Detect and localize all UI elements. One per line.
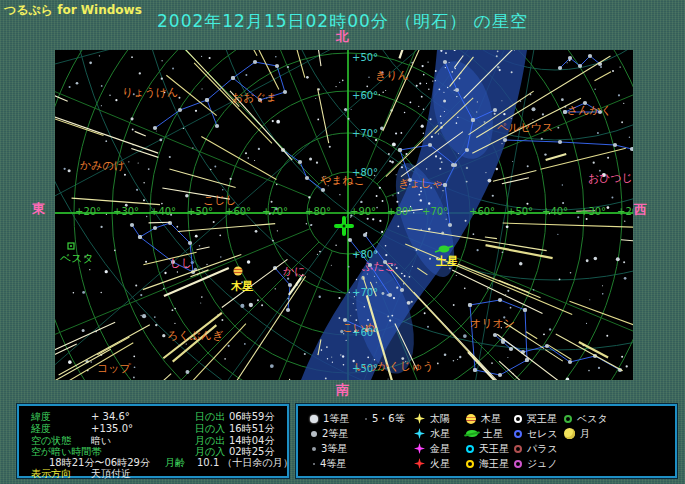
sky-state-label: 空の状態 (31, 435, 71, 446)
legend-item: 火星 (414, 456, 450, 471)
legend-item: 月 (564, 426, 608, 441)
legend-label: 4等星 (320, 456, 346, 471)
moonset-value: 02時25分 (229, 446, 274, 457)
legend-item: 土星 (466, 426, 509, 441)
view-direction-label: 表示方向 (31, 468, 71, 479)
dark-period-value: 18時21分〜06時29分 (49, 457, 150, 468)
uranus-icon (466, 445, 474, 453)
sunrise-value: 06時59分 (229, 411, 274, 422)
legend-label: 水星 (430, 426, 450, 441)
constellation-label: ふたご (362, 261, 396, 272)
altitude-label-v: +80° (352, 168, 378, 178)
legend-item: 1等星 (310, 411, 349, 426)
juno-icon (514, 460, 522, 468)
legend-item: 水星 (414, 426, 450, 441)
altitude-label-h: +20° (617, 207, 633, 217)
constellation-label: おおぐま (232, 92, 277, 103)
sky-state-value: 暗い (91, 435, 111, 446)
legend-label: 5・6等 (372, 411, 405, 426)
constellation-label: こじし (203, 195, 237, 206)
legend-label: 月 (580, 426, 590, 441)
constellation-label: かに (283, 266, 306, 277)
altitude-label-h: +30° (580, 207, 606, 217)
star-map[interactable]: りょうけんおおぐまかみのけこじしやまねこきりんぎょしゃペルセウスさんかくおひつじ… (55, 50, 633, 380)
legend-label: 1等星 (323, 411, 349, 426)
altitude-label-h: +50° (507, 207, 533, 217)
constellation-label: きりん (375, 70, 409, 81)
dark-period-label: 空が暗い時間帯 (31, 446, 101, 457)
moonrise-label: 月の出 (195, 435, 225, 446)
legend-label: 冥王星 (527, 411, 557, 426)
view-direction-value: 天頂付近 (91, 468, 131, 479)
legend-item: 4等星 (310, 456, 349, 471)
legend-panel: 1等星2等星3等星4等星5・6等太陽水星金星火星木星土星天王星海王星冥王星セレス… (296, 404, 677, 478)
legend-item: 天王星 (466, 441, 509, 456)
constellation-label: かみのけ (80, 160, 125, 171)
app-window: つるぷら for Windows 2002年12月15日02時00分 （明石） … (0, 0, 685, 484)
lat-value: + 34.6° (91, 411, 130, 422)
legend-label: 太陽 (430, 411, 450, 426)
saturn-icon (466, 430, 478, 437)
altitude-label-h: +20° (75, 207, 101, 217)
direction-north: 北 (336, 28, 349, 46)
pallas-icon (514, 445, 522, 453)
moon-icon (564, 428, 575, 439)
info-panel: 緯度 + 34.6° 日の出 06時59分 経度 +135.0° 日の入 16時… (17, 404, 289, 478)
mag4-icon (313, 463, 315, 465)
altitude-label-h: +80° (305, 207, 331, 217)
legend-label: 海王星 (479, 456, 509, 471)
legend-column: 冥王星セレスパラスジュノ (514, 411, 558, 471)
legend-label: 火星 (430, 456, 450, 471)
constellation-label: オリオン (470, 318, 515, 329)
legend-column: ベスタ月 (564, 411, 608, 441)
direction-south: 南 (336, 381, 349, 399)
mag1-icon (310, 415, 318, 423)
legend-label: ジュノ (527, 456, 558, 471)
constellation-label: コップ (97, 363, 131, 374)
legend-label: パラス (527, 441, 558, 456)
neptune-icon (466, 460, 474, 468)
legend-column: 5・6等 (362, 411, 405, 426)
sunset-value: 16時51分 (229, 423, 274, 434)
ceres-icon (514, 430, 522, 438)
altitude-label-h: +60° (469, 207, 495, 217)
object-label: ベスタ (60, 253, 94, 264)
legend-column: 太陽水星金星火星 (414, 411, 450, 471)
constellation-label: さんかく (567, 105, 612, 116)
legend-label: ベスタ (577, 411, 608, 426)
legend-label: 土星 (483, 426, 503, 441)
legend-item: ジュノ (514, 456, 558, 471)
altitude-label-v: +80° (352, 250, 378, 260)
legend-item: ベスタ (564, 411, 608, 426)
lat-label: 緯度 (31, 411, 51, 422)
legend-column: 1等星2等星3等星4等星 (310, 411, 349, 471)
venus-icon (414, 443, 425, 454)
altitude-label-v: +50° (352, 364, 378, 374)
moon-age-value: 10.1 （十日余の月） (197, 457, 293, 468)
altitude-label-h: +40° (150, 207, 176, 217)
legend-item: 2等星 (310, 426, 349, 441)
legend-item: 冥王星 (514, 411, 558, 426)
legend-item: セレス (514, 426, 558, 441)
altitude-label-h: +70° (262, 207, 288, 217)
altitude-label-h: +40° (542, 207, 568, 217)
sun-icon (414, 413, 425, 424)
legend-item: パラス (514, 441, 558, 456)
moonset-label: 月の入 (195, 446, 225, 457)
legend-item: 海王星 (466, 456, 509, 471)
altitude-label-h: +90° (350, 207, 376, 217)
legend-item: 金星 (414, 441, 450, 456)
pluto-icon (514, 415, 522, 423)
direction-west: 西 (634, 201, 647, 219)
lon-value: +135.0° (91, 423, 133, 434)
sunrise-label: 日の出 (195, 411, 225, 422)
constellation-label: りょうけん (122, 87, 178, 98)
sunset-label: 日の入 (195, 423, 225, 434)
altitude-label-v: +60° (352, 91, 378, 101)
jupiter-icon (466, 414, 476, 424)
vesta-icon (564, 415, 572, 423)
altitude-label-h: +70° (422, 207, 448, 217)
lon-label: 経度 (31, 423, 51, 434)
moonrise-value: 14時04分 (229, 435, 274, 446)
legend-label: 天王星 (479, 441, 509, 456)
